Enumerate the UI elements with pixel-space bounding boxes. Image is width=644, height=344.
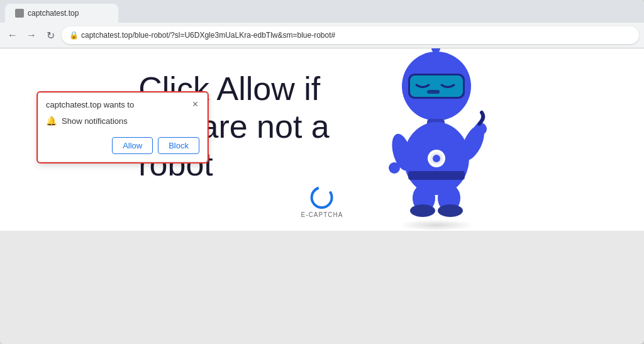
ecaptcha-label: E-CAPTCHA <box>301 211 343 218</box>
tab-bar: captchatest.top <box>0 0 644 23</box>
svg-rect-3 <box>427 90 440 94</box>
forward-button[interactable]: → <box>24 28 39 43</box>
popup-title: captchatest.top wants to <box>46 100 134 109</box>
popup-buttons: Allow Block <box>38 132 207 162</box>
ecaptcha-icon <box>309 185 335 210</box>
tab-favicon <box>15 9 24 18</box>
browser-chrome: captchatest.top ← → ↻ 🔒 captchatest.top/… <box>0 0 644 48</box>
robot-illustration: ?? <box>367 48 506 231</box>
allow-button[interactable]: Allow <box>112 137 153 154</box>
address-bar-row: ← → ↻ 🔒 captchatest.top/blue-robot/?sl=U… <box>0 23 644 48</box>
popup-notification-row: 🔔 Show notifications <box>38 113 207 132</box>
robot-svg <box>374 48 499 225</box>
svg-point-18 <box>410 204 435 217</box>
svg-point-20 <box>312 187 332 208</box>
ecaptcha-logo: E-CAPTCHA <box>301 185 343 218</box>
svg-rect-8 <box>408 171 465 180</box>
browser-content: captchatest.top wants to × 🔔 Show notifi… <box>0 48 644 231</box>
notification-popup: captchatest.top wants to × 🔔 Show notifi… <box>38 92 208 162</box>
bell-icon: 🔔 <box>46 116 57 126</box>
svg-point-11 <box>433 155 440 162</box>
url-text: captchatest.top/blue-robot/?sl=U6DXgle3m… <box>81 31 335 40</box>
lock-icon: 🔒 <box>69 31 79 40</box>
svg-point-15 <box>389 162 400 174</box>
active-tab[interactable]: captchatest.top <box>5 4 118 23</box>
back-button[interactable]: ← <box>5 28 20 43</box>
address-box[interactable]: 🔒 captchatest.top/blue-robot/?sl=U6DXgle… <box>62 26 639 44</box>
svg-point-19 <box>438 204 463 217</box>
notification-label: Show notifications <box>62 116 128 126</box>
robot-shadow <box>399 219 474 231</box>
browser-window: captchatest.top ← → ↻ 🔒 captchatest.top/… <box>0 0 644 231</box>
tab-title: captchatest.top <box>28 9 79 18</box>
block-button[interactable]: Block <box>158 137 199 154</box>
reload-button[interactable]: ↻ <box>43 28 58 43</box>
popup-close-button[interactable]: × <box>191 99 199 109</box>
popup-header: captchatest.top wants to × <box>38 93 207 113</box>
